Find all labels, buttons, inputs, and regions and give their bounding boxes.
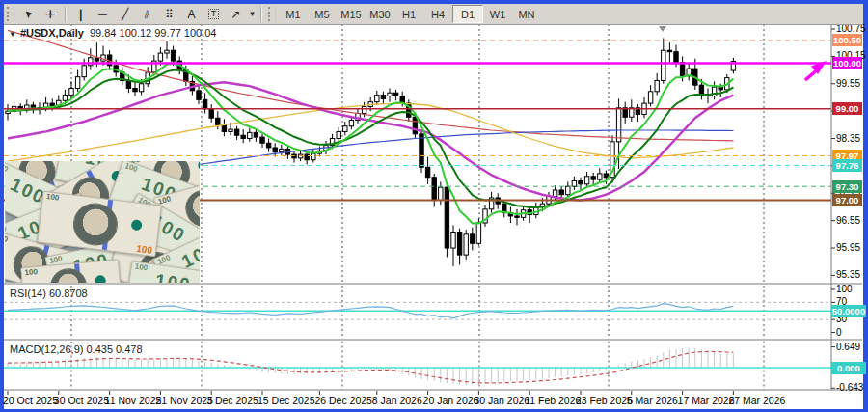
macd-tick-label[interactable]: 0.649: [836, 342, 860, 352]
chart-header: ▼#USDX,Daily99.84 100.12 99.77 100.04: [9, 27, 216, 39]
toolbar: ➤✛❘─╱⫽⠿AT↗▾M1M5M15M30H1H4D1W1MN: [4, 4, 863, 25]
crosshair-icon: ✛: [45, 9, 55, 20]
timeframe-mn-button[interactable]: MN: [512, 6, 541, 22]
chart-window: ➤✛❘─╱⫽⠿AT↗▾M1M5M15M30H1H4D1W1MN 10010010…: [0, 0, 868, 412]
x-axis-label[interactable]: 20 Jan 2026: [423, 395, 479, 406]
x-axis-label[interactable]: 21 Nov 2025: [155, 395, 213, 406]
price-level-badge-99.00: 99.00: [832, 102, 862, 115]
price-tick-label[interactable]: 95.95: [836, 242, 860, 253]
equidistant-channel-tool-button[interactable]: ⫽: [136, 6, 158, 23]
cursor-icon: ➤: [21, 7, 35, 20]
price-tick-label[interactable]: 99.55: [836, 78, 860, 89]
text-label-icon: T: [208, 9, 220, 19]
x-axis-label[interactable]: 11 Feb 2026: [525, 395, 581, 406]
ohlc-values: 99.84 100.12 99.77 100.04: [90, 27, 217, 39]
timeframe-w1-button[interactable]: W1: [483, 6, 512, 22]
price-level-badge-97.76: 97.76: [832, 159, 862, 172]
rsi-indicator-label: RSI(14) 60.8708: [10, 288, 88, 299]
x-axis-label[interactable]: 27 Mar 2026: [728, 395, 785, 406]
timeframe-m15-button[interactable]: M15: [337, 6, 366, 22]
x-axis-label[interactable]: 20 Oct 2025: [3, 395, 58, 406]
price-level-badge-100.50: 100.50: [832, 34, 862, 46]
timeframe-h1-button[interactable]: H1: [394, 6, 423, 22]
fibonacci-tool-button[interactable]: ⠿: [158, 6, 180, 23]
macd-tick-label[interactable]: -0.643: [836, 382, 863, 393]
symbol-dropdown-icon[interactable]: ▼: [9, 30, 16, 39]
x-axis-label[interactable]: 17 Mar 2026: [678, 395, 735, 406]
trend-line-icon: ╱: [122, 9, 128, 20]
x-axis-label[interactable]: 3 Dec 2025: [206, 395, 258, 406]
trend-line-tool-button[interactable]: ╱: [114, 6, 136, 23]
arrows-icon: ↗: [231, 9, 240, 20]
x-axis-label[interactable]: 30 Jan 2026: [474, 395, 529, 406]
arrows-tool-button[interactable]: ↗: [225, 6, 247, 23]
x-axis-label[interactable]: 23 Feb 2026: [576, 395, 633, 406]
horizontal-line-tool-button[interactable]: ─: [92, 6, 114, 23]
equidistant-channel-icon: ⫽: [145, 9, 149, 20]
timeframe-m30-button[interactable]: M30: [366, 6, 394, 22]
rsi-mid-badge: 50.0000: [831, 305, 866, 317]
macd-zero-badge: 0.000: [831, 362, 866, 374]
text-tool-button[interactable]: A: [180, 6, 203, 23]
x-axis-label[interactable]: 5 Mar 2026: [627, 395, 678, 406]
x-axis-label[interactable]: 30 Oct 2025: [54, 395, 109, 406]
toolbar-grip[interactable]: [7, 7, 14, 21]
x-axis-label[interactable]: 26 Dec 2025: [314, 395, 372, 406]
crosshair-tool-button[interactable]: ✛: [40, 6, 62, 23]
cursor-tool-button[interactable]: ➤: [17, 6, 40, 23]
price-tick-label[interactable]: 95.35: [836, 269, 860, 280]
macd-indicator-label: MACD(12,26,9) 0.435 0.478: [10, 343, 143, 355]
rsi-tick-label[interactable]: 100: [836, 284, 853, 294]
price-tick-label[interactable]: 98.35: [836, 133, 860, 144]
toolbar-grip[interactable]: [268, 7, 276, 21]
text-label-tool-button[interactable]: T: [203, 6, 225, 23]
rsi-tick-label[interactable]: 0: [836, 327, 842, 338]
dropdown-icon[interactable]: ▾: [247, 6, 258, 23]
price-level-badge-97.30: 97.30: [832, 180, 862, 193]
text-icon: A: [187, 9, 195, 20]
x-axis-label[interactable]: 11 Nov 2025: [105, 395, 162, 406]
price-level-badge-100.00: 100.00: [832, 57, 862, 69]
vertical-line-tool-button[interactable]: ❘: [69, 6, 92, 23]
toolbar-separator: [65, 7, 67, 22]
dropdown-icon: ▾: [250, 10, 255, 18]
vertical-line-icon: ❘: [75, 9, 85, 20]
timeframe-h4-button[interactable]: H4: [423, 6, 452, 22]
price-tick-label[interactable]: 96.55: [836, 215, 860, 226]
x-axis-label[interactable]: 8 Jan 2026: [372, 395, 422, 406]
dollar-bills-photo[interactable]: 1001001001001001001001001001001001001001…: [5, 161, 200, 283]
x-axis-label[interactable]: 15 Dec 2025: [258, 395, 315, 406]
symbol-label: #USDX,Daily: [20, 27, 84, 39]
fibonacci-icon: ⠿: [165, 9, 174, 20]
timeframe-m1-button[interactable]: M1: [279, 6, 308, 22]
toolbar-separator: [260, 7, 262, 22]
timeframe-d1-button[interactable]: D1: [452, 5, 483, 23]
horizontal-line-icon: ─: [98, 9, 107, 20]
timeframe-m5-button[interactable]: M5: [308, 6, 337, 22]
price-level-badge-97.00: 97.00: [832, 194, 862, 206]
